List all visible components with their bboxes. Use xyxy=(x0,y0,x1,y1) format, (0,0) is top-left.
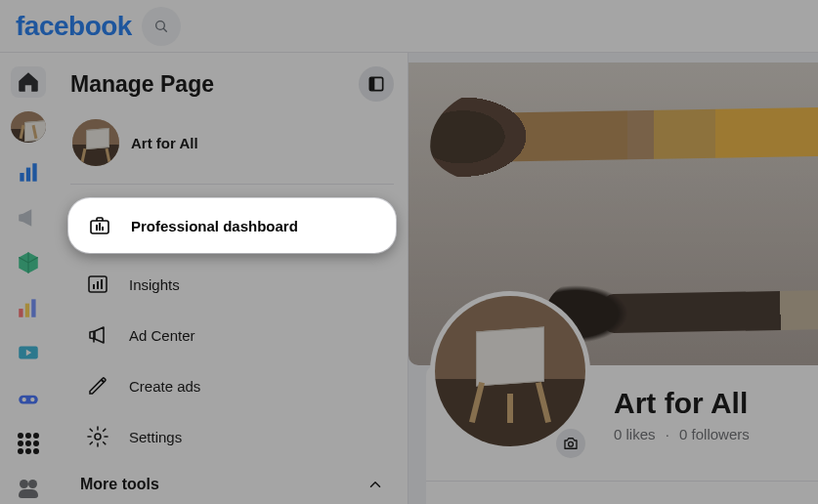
svg-rect-7 xyxy=(31,299,35,316)
cover-art-brush-yellow xyxy=(487,98,818,162)
svg-rect-6 xyxy=(25,304,29,317)
svg-rect-4 xyxy=(32,163,36,181)
rail-chart[interactable] xyxy=(11,292,46,323)
rail-groups[interactable] xyxy=(11,473,46,504)
gear-icon xyxy=(80,419,115,454)
page-stats: 0 likes · 0 followers xyxy=(614,426,750,442)
svg-rect-19 xyxy=(93,284,95,289)
svg-rect-2 xyxy=(20,173,23,182)
rail-video[interactable] xyxy=(11,337,46,368)
facebook-logo[interactable]: facebook xyxy=(16,11,132,42)
briefcase-icon xyxy=(82,208,117,243)
chevron-up-icon xyxy=(366,476,384,493)
search-icon xyxy=(153,19,169,34)
svg-rect-15 xyxy=(96,225,98,231)
search-button[interactable] xyxy=(142,7,181,46)
svg-rect-3 xyxy=(26,167,30,181)
video-icon xyxy=(16,340,41,365)
cube-icon xyxy=(16,250,41,275)
rail-cube[interactable] xyxy=(11,247,46,278)
rail-link[interactable] xyxy=(11,382,46,413)
home-icon xyxy=(16,69,41,95)
nav-label: Settings xyxy=(129,429,182,445)
svg-rect-16 xyxy=(99,223,101,231)
avatar-art-easel xyxy=(468,337,552,405)
page-thumbnail xyxy=(72,119,119,166)
nav-label: Ad Center xyxy=(129,327,195,344)
people-icon xyxy=(17,477,40,500)
collapse-icon xyxy=(366,74,386,94)
svg-point-23 xyxy=(569,441,574,446)
left-rail xyxy=(0,53,57,504)
svg-rect-20 xyxy=(97,281,99,289)
svg-point-22 xyxy=(95,434,101,440)
nav-insights[interactable]: Insights xyxy=(70,259,394,310)
svg-rect-13 xyxy=(369,77,374,90)
nav-meta-business-suite[interactable]: Meta Business Suite xyxy=(70,499,394,504)
svg-rect-9 xyxy=(19,395,38,403)
nav-create-ads[interactable]: Create ads xyxy=(70,360,394,411)
rail-apps[interactable] xyxy=(11,428,46,459)
pencil-icon xyxy=(80,368,115,403)
more-tools-label: More tools xyxy=(80,476,159,493)
insights-icon xyxy=(80,267,115,302)
rail-page-avatar[interactable] xyxy=(11,111,46,143)
megaphone-icon xyxy=(80,317,115,353)
nav-label: Insights xyxy=(129,276,180,293)
camera-icon xyxy=(562,435,580,452)
edit-avatar-button[interactable] xyxy=(553,426,588,461)
collapse-panel-button[interactable] xyxy=(359,66,394,102)
link-icon xyxy=(16,386,41,411)
page-profile-main: Art for All 0 likes · 0 followers xyxy=(409,53,818,504)
svg-rect-5 xyxy=(19,309,22,317)
followers-count: 0 followers xyxy=(679,426,750,442)
svg-point-11 xyxy=(30,397,34,400)
topbar: facebook xyxy=(0,0,818,53)
svg-line-1 xyxy=(163,28,166,31)
rail-home[interactable] xyxy=(11,66,46,98)
nav-settings[interactable]: Settings xyxy=(70,411,394,462)
more-tools-toggle[interactable]: More tools xyxy=(70,466,394,499)
svg-rect-21 xyxy=(101,279,103,289)
nav-label: Professional dashboard xyxy=(131,218,298,234)
apps-grid-icon xyxy=(18,433,39,454)
chart-icon xyxy=(16,295,41,320)
rail-insights[interactable] xyxy=(11,156,46,188)
separator-dot: · xyxy=(666,426,669,442)
panel-title: Manage Page xyxy=(70,71,214,98)
manage-page-panel: Manage Page Art for All Professional das… xyxy=(57,53,409,504)
rail-megaphone[interactable] xyxy=(11,202,46,233)
nav-ad-center[interactable]: Ad Center xyxy=(70,310,394,360)
nav-professional-dashboard[interactable]: Professional dashboard xyxy=(68,198,396,253)
likes-count: 0 likes xyxy=(614,426,656,442)
panel-nav: Professional dashboard Insights Ad Cente… xyxy=(70,185,394,504)
profile-divider xyxy=(426,481,818,482)
cover-art-brush-dark xyxy=(604,280,818,333)
page-switcher[interactable]: Art for All xyxy=(70,113,394,185)
svg-point-10 xyxy=(22,397,26,400)
nav-label: Create ads xyxy=(129,378,200,395)
page-name-label: Art for All xyxy=(131,135,198,151)
megaphone-icon xyxy=(16,205,41,231)
svg-rect-17 xyxy=(102,227,104,231)
bars-icon xyxy=(16,160,41,186)
page-title: Art for All xyxy=(614,387,748,420)
